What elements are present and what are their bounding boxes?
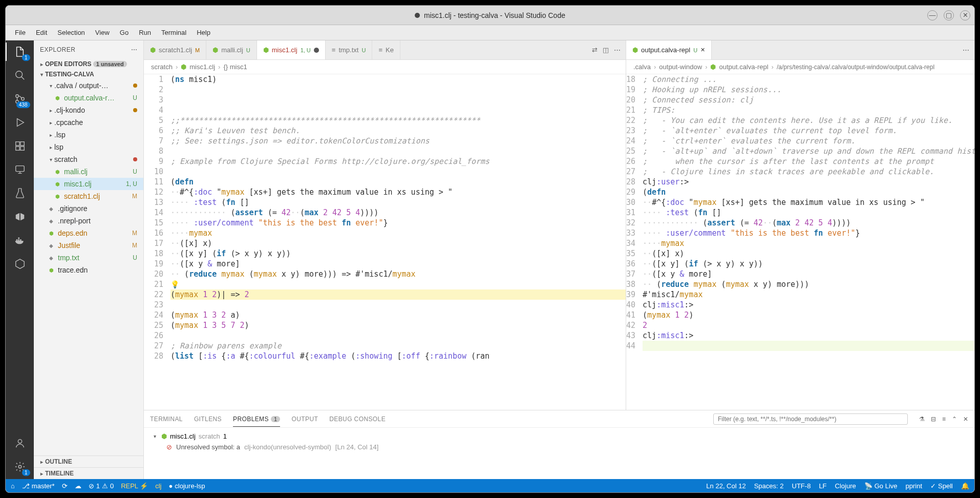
- remote-icon[interactable]: [13, 162, 27, 177]
- close-button[interactable]: ✕: [960, 10, 970, 20]
- notifications-icon[interactable]: 🔔: [961, 482, 969, 490]
- tree-item[interactable]: ⬢output.calva-r…U: [34, 92, 143, 104]
- pprint-status[interactable]: pprint: [906, 482, 923, 490]
- breadcrumbs-left[interactable]: scratch› ⬢misc1.clj› {} misc1: [144, 60, 626, 74]
- spell-status[interactable]: ✓ Spell: [930, 482, 953, 490]
- tree-item[interactable]: ▸.cpcache: [34, 116, 143, 129]
- testing-icon[interactable]: [13, 186, 27, 200]
- collapse-icon[interactable]: ⊟: [931, 416, 936, 423]
- repl-status[interactable]: REPL ⚡: [121, 482, 148, 490]
- indent-status[interactable]: Spaces: 2: [754, 482, 784, 490]
- scm-icon[interactable]: 438: [13, 92, 27, 106]
- unsaved-badge: 1 unsaved: [93, 61, 127, 67]
- tree-item[interactable]: ◆.nrepl-port: [34, 215, 143, 227]
- sidebar-more-icon[interactable]: ⋯: [131, 46, 138, 53]
- tree-item[interactable]: ⬢malli.cljU: [34, 165, 143, 178]
- docker-icon[interactable]: [13, 233, 27, 247]
- tree-item[interactable]: ▸.lsp: [34, 129, 143, 141]
- compare-icon[interactable]: ⇄: [592, 46, 598, 54]
- panel-tab-terminal[interactable]: TERMINAL: [150, 416, 183, 423]
- tabs-right: ⬢output.calva-replU✕ ⋯: [626, 40, 974, 60]
- tree-item[interactable]: ◆JustfileM: [34, 239, 143, 252]
- tab[interactable]: ⬢output.calva-replU✕: [626, 40, 712, 59]
- cloud-icon[interactable]: ☁: [75, 482, 81, 490]
- tree-item[interactable]: ◆.gitignore: [34, 202, 143, 215]
- tree-item[interactable]: ▾scratch: [34, 153, 143, 165]
- panel-tab-problems[interactable]: PROBLEMS1: [233, 416, 280, 427]
- encoding-status[interactable]: UTF-8: [792, 482, 811, 490]
- tree-item[interactable]: ▾.calva / output-…: [34, 79, 143, 92]
- explorer-badge: 1: [22, 54, 30, 61]
- menu-run[interactable]: Run: [134, 27, 156, 38]
- tree-item[interactable]: ⬢deps.ednM: [34, 227, 143, 239]
- project-section[interactable]: ▾ TESTING-CALVA: [34, 69, 143, 79]
- search-icon[interactable]: [13, 68, 27, 82]
- menu-view[interactable]: View: [90, 27, 115, 38]
- tab[interactable]: ⬢misc1.clj1, U: [257, 40, 326, 59]
- outline-section[interactable]: ▸OUTLINE: [34, 455, 143, 467]
- sync-icon[interactable]: ⟳: [62, 482, 68, 490]
- tab[interactable]: ⬢malli.cljU: [206, 40, 257, 59]
- list-icon[interactable]: ≡: [942, 416, 946, 423]
- tree-item[interactable]: ◆tmp.txtU: [34, 252, 143, 264]
- problems-filter-input[interactable]: [713, 413, 908, 425]
- eol-status[interactable]: LF: [819, 482, 826, 490]
- open-editors-section[interactable]: ▸ OPEN EDITORS 1 unsaved: [34, 59, 143, 69]
- svg-rect-7: [20, 147, 24, 150]
- clojure-lsp-status[interactable]: ● clojure-lsp: [169, 482, 205, 490]
- window-title: misc1.clj - testing-calva - Visual Studi…: [424, 11, 565, 19]
- tab[interactable]: ≡Ke: [372, 40, 400, 59]
- error-icon: ⊘: [166, 443, 172, 451]
- panel-tab-output[interactable]: OUTPUT: [291, 416, 318, 423]
- panel-tab-debug[interactable]: DEBUG CONSOLE: [329, 416, 386, 423]
- expand-icon[interactable]: ⌃: [952, 416, 957, 423]
- remote-indicator[interactable]: ⌂: [11, 482, 15, 490]
- svg-rect-4: [15, 142, 19, 146]
- cursor-position[interactable]: Ln 22, Col 12: [706, 482, 745, 490]
- svg-point-14: [18, 440, 22, 443]
- extensions-icon[interactable]: [13, 139, 27, 153]
- minimize-button[interactable]: —: [927, 10, 938, 20]
- tab-more-icon[interactable]: ⋯: [963, 46, 969, 54]
- tab[interactable]: ⬢scratch1.cljM: [144, 40, 206, 59]
- tf-icon[interactable]: [13, 210, 27, 224]
- problems-status[interactable]: ⊘ 1 ⚠ 0: [89, 482, 114, 490]
- git-branch[interactable]: ⎇ master*: [22, 482, 55, 490]
- menu-go[interactable]: Go: [115, 27, 134, 38]
- problem-item[interactable]: ⊘ Unresolved symbol: a clj-kondo(unresol…: [151, 442, 967, 452]
- go-live[interactable]: 📡 Go Live: [864, 482, 898, 490]
- explorer-icon[interactable]: 1: [13, 45, 27, 59]
- editor-left[interactable]: 1234567891011121314151617181920212223242…: [144, 74, 626, 410]
- tab-more-icon[interactable]: ⋯: [614, 46, 621, 54]
- breadcrumbs-right[interactable]: .calva› output-window› ⬢output.calva-rep…: [626, 60, 974, 74]
- repl-session[interactable]: clj: [155, 482, 161, 490]
- split-icon[interactable]: ◫: [603, 46, 609, 54]
- filter-icon[interactable]: ⚗: [919, 416, 925, 423]
- kube-icon[interactable]: [13, 257, 27, 271]
- explorer-sidebar: EXPLORER ⋯ ▸ OPEN EDITORS 1 unsaved ▾ TE…: [34, 40, 144, 479]
- run-debug-icon[interactable]: [13, 115, 27, 130]
- svg-rect-10: [18, 239, 19, 241]
- maximize-button[interactable]: ▢: [944, 10, 954, 20]
- menu-selection[interactable]: Selection: [52, 27, 90, 38]
- svg-marker-13: [15, 259, 24, 268]
- problem-file-row[interactable]: ▾ ⬢ misc1.clj scratch 1: [151, 431, 967, 442]
- tree-item[interactable]: ⬢scratch1.cljM: [34, 190, 143, 202]
- tree-item[interactable]: ▸lsp: [34, 141, 143, 153]
- panel-tab-gitlens[interactable]: GITLENS: [194, 416, 222, 423]
- menu-edit[interactable]: Edit: [31, 27, 52, 38]
- menu-file[interactable]: File: [10, 27, 31, 38]
- menu-help[interactable]: Help: [191, 27, 216, 38]
- menubar: File Edit Selection View Go Run Terminal…: [6, 25, 974, 40]
- settings-icon[interactable]: 1: [13, 460, 27, 474]
- tab[interactable]: ≡tmp.txtU: [326, 40, 373, 59]
- account-icon[interactable]: [13, 436, 27, 450]
- language-status[interactable]: Clojure: [835, 482, 856, 490]
- editor-right[interactable]: 1819202122232425262728293031323334353637…: [626, 74, 974, 410]
- panel-close-icon[interactable]: ✕: [963, 416, 968, 423]
- tree-item[interactable]: ▸.clj-kondo: [34, 104, 143, 116]
- menu-terminal[interactable]: Terminal: [156, 27, 191, 38]
- tree-item[interactable]: ⬢misc1.clj1, U: [34, 178, 143, 190]
- tree-item[interactable]: ⬢trace.edn: [34, 264, 143, 276]
- timeline-section[interactable]: ▸TIMELINE: [34, 467, 143, 479]
